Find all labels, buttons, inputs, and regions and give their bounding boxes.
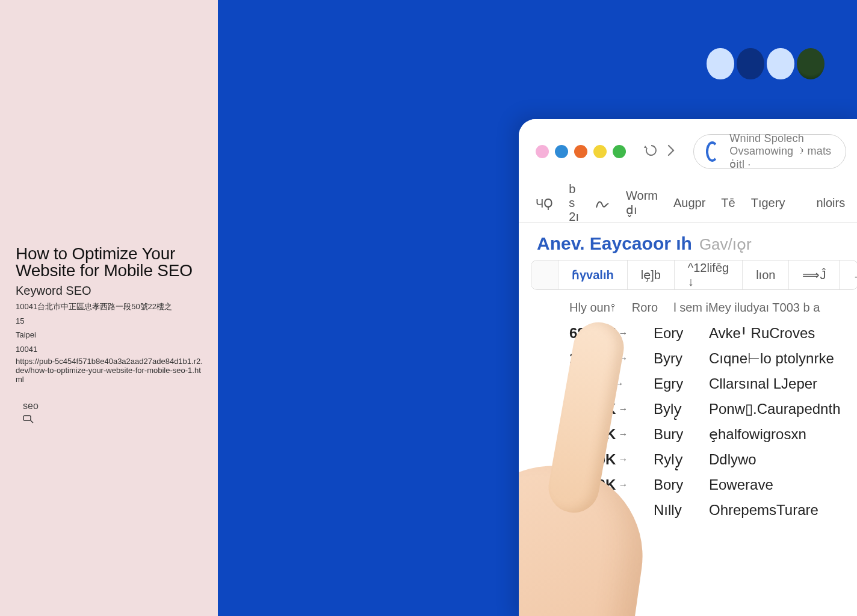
row-label: Eowerave bbox=[709, 476, 773, 493]
result-row[interactable]: 32 00K →BoryEowerave bbox=[531, 472, 857, 497]
tab-strip: ЧϘ b s 2ı Worm d̬ı Augpr Tē Tıgery nloir… bbox=[519, 184, 857, 223]
trend-icon: → bbox=[620, 505, 630, 516]
traffic-lights bbox=[536, 145, 626, 158]
row-label: AvkeꞋ RuCroves bbox=[709, 325, 815, 342]
row-count: 8I 00K → bbox=[569, 375, 636, 392]
row-tag: Eory bbox=[654, 325, 691, 342]
row-tag: Bory bbox=[654, 476, 691, 493]
tab-item[interactable]: b s 2ı bbox=[569, 182, 579, 224]
trend-icon: → bbox=[618, 454, 628, 465]
trend-icon: → bbox=[618, 353, 628, 364]
nav-arrows bbox=[643, 143, 676, 160]
address-bar[interactable]: Wnind Spolech Ovsamowing ᠈mats ȯitl · bbox=[693, 134, 846, 169]
tab-item[interactable]: Augpr bbox=[673, 196, 705, 210]
result-row[interactable]: 80 00K →Byly̨Ponw▯.Caurapednth bbox=[531, 396, 857, 422]
traffic-dot[interactable] bbox=[555, 145, 568, 158]
row-tag: Egry bbox=[654, 375, 691, 392]
svg-rect-0 bbox=[23, 416, 31, 420]
row-label: Ddlywo bbox=[709, 451, 756, 468]
history-icon[interactable] bbox=[643, 144, 660, 159]
result-row[interactable]: 68 00K →EoryAvkeꞋ RuCroves bbox=[531, 321, 857, 346]
trend-icon: → bbox=[614, 378, 624, 389]
row-count: 80 00K → bbox=[569, 401, 636, 417]
traffic-dot[interactable] bbox=[593, 145, 607, 158]
trend-icon: → bbox=[618, 429, 628, 440]
row-count: 8Ƚ 00K → bbox=[569, 527, 636, 544]
logo-glyph bbox=[767, 48, 794, 79]
row-count: 82 00K → bbox=[569, 426, 636, 443]
address-line-1: 10041台北市中正區忠孝西路一段50號22樓之 bbox=[16, 301, 206, 312]
result-row[interactable]: 8I 00K →EgryCllarsınal LJeper bbox=[531, 371, 857, 396]
logo-glyph bbox=[707, 48, 734, 79]
subhead-b: Roro bbox=[632, 301, 658, 315]
address-text: Wnind Spolech Ovsamowing ᠈mats ȯitl · bbox=[729, 132, 834, 171]
result-row[interactable]: 13 00K →ByryCıqne⊢lo ptolynrke bbox=[531, 346, 857, 371]
filter-cell[interactable]: ɦγvalıh bbox=[558, 260, 628, 289]
headline-primary: Anev. Eaycaoor ıh bbox=[537, 233, 692, 254]
browser-toolbar: Wnind Spolech Ovsamowing ᠈mats ȯitl · bbox=[519, 119, 857, 184]
filter-cell[interactable]: lıon bbox=[743, 260, 789, 289]
tab-item[interactable]: Tē bbox=[721, 196, 735, 210]
subheader-row: Hly oun⫯ Roro l sem iMey iludyaı T003 b … bbox=[531, 290, 857, 321]
row-tag: Ryly̨ bbox=[654, 451, 691, 468]
browser-window: Wnind Spolech Ovsamowing ᠈mats ȯitl · ЧϘ… bbox=[519, 119, 857, 616]
row-label: Cllarsınal LJeper bbox=[709, 375, 817, 392]
row-label: Cıqne⊢lo ptolynrke bbox=[709, 350, 834, 367]
result-row[interactable]: 8Ƚ 00K → bbox=[531, 523, 857, 548]
row-count: 32 00K → bbox=[569, 476, 636, 493]
result-list: 68 00K →EoryAvkeꞋ RuCroves13 00K →ByryCı… bbox=[531, 321, 857, 548]
loading-icon bbox=[706, 141, 719, 162]
content-area: Anev. Eaycaoor ıh Gav/ıǫr ɦγvalıh lȩ]b ^… bbox=[519, 223, 857, 548]
tab-item[interactable]: nloirs bbox=[816, 196, 845, 210]
filter-cell[interactable]: lȩ]b bbox=[628, 260, 675, 289]
traffic-dot[interactable] bbox=[536, 145, 549, 158]
crop-icon bbox=[16, 415, 206, 426]
row-count: 17 00K → bbox=[569, 451, 636, 468]
row-count: S0 00K → bbox=[569, 502, 636, 519]
row-tag: Nılly bbox=[654, 502, 691, 519]
hero-panel: Wnind Spolech Ovsamowing ᠈mats ȯitl · ЧϘ… bbox=[218, 0, 857, 616]
seo-tag: seo bbox=[16, 401, 206, 411]
filter-head[interactable] bbox=[531, 260, 558, 289]
subhead-a: Hly oun⫯ bbox=[569, 301, 616, 315]
row-count: 13 00K → bbox=[569, 350, 636, 367]
subhead-c: l sem iMey iludyaı T003 b a bbox=[673, 301, 820, 315]
forward-icon[interactable] bbox=[666, 143, 676, 160]
page-title: How to Optimize Your Website for Mobile … bbox=[16, 245, 206, 279]
result-row[interactable]: 17 00K →Ryly̨Ddlywo bbox=[531, 447, 857, 472]
tab-item[interactable]: Worm d̬ı bbox=[626, 189, 658, 217]
filter-cell[interactable]: ⟹Ĵ bbox=[789, 260, 840, 289]
headline-secondary: Gav/ıǫr bbox=[699, 235, 752, 254]
row-label: OhrepemsTurare bbox=[709, 502, 818, 519]
row-tag: Byly̨ bbox=[654, 401, 691, 417]
filter-cell[interactable]: ^12lifēg ↓ bbox=[675, 260, 743, 289]
zip: 10041 bbox=[16, 344, 206, 355]
row-label: ȩhalfowigrosxn bbox=[709, 426, 806, 443]
trend-icon: → bbox=[618, 404, 628, 414]
page-url: https://pub-5c454f571b8e40a3a2aad27ade84… bbox=[16, 357, 206, 384]
tab-item[interactable]: Tıgery bbox=[751, 196, 785, 210]
row-label: Ponw▯.Caurapednth bbox=[709, 401, 840, 417]
trend-icon: → bbox=[618, 530, 628, 541]
trend-icon: → bbox=[618, 328, 628, 339]
logo-glyph bbox=[737, 48, 764, 79]
traffic-dot[interactable] bbox=[613, 145, 626, 158]
row-tag: Bury bbox=[654, 426, 691, 443]
filter-cell[interactable]: ⫠ bbox=[840, 260, 857, 289]
traffic-dot[interactable] bbox=[574, 145, 587, 158]
city: Taipei bbox=[16, 330, 206, 340]
result-row[interactable]: S0 00K →NıllyOhrepemsTurare bbox=[531, 497, 857, 523]
headline: Anev. Eaycaoor ıh Gav/ıǫr bbox=[531, 223, 857, 260]
sidebar: How to Optimize Your Website for Mobile … bbox=[0, 0, 218, 616]
row-tag: Byry bbox=[654, 350, 691, 367]
filter-bar: ɦγvalıh lȩ]b ^12lifēg ↓ lıon ⟹Ĵ ⫠ TҞ Exc… bbox=[531, 260, 857, 290]
result-row[interactable]: 82 00K →Buryȩhalfowigrosxn bbox=[531, 422, 857, 447]
address-line-2: 15 bbox=[16, 316, 206, 327]
page-subtitle: Keyword SEO bbox=[16, 284, 206, 298]
row-count: 68 00K → bbox=[569, 325, 636, 342]
tab-item[interactable]: ЧϘ bbox=[536, 196, 553, 211]
trend-icon: → bbox=[618, 479, 628, 490]
logo bbox=[707, 48, 825, 79]
tab-item[interactable] bbox=[595, 197, 610, 210]
logo-glyph bbox=[797, 48, 825, 79]
